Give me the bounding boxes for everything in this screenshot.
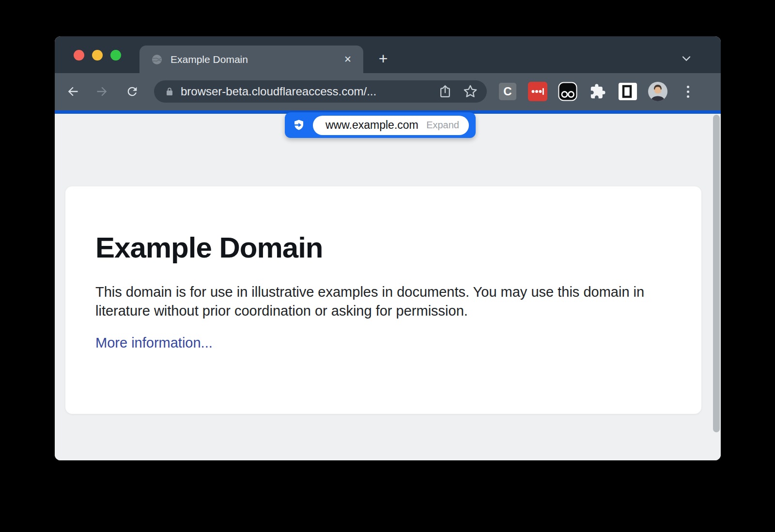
forward-button[interactable]: [93, 83, 111, 100]
page-paragraph: This domain is for use in illustrative e…: [95, 283, 652, 320]
extensions-puzzle-icon[interactable]: [588, 82, 607, 101]
content-card: Example Domain This domain is for use in…: [65, 186, 701, 414]
extension-c-icon[interactable]: C: [498, 82, 517, 101]
shield-arrow-icon: [292, 118, 306, 133]
side-panel-extension-icon[interactable]: [618, 82, 637, 101]
scrollbar-thumb[interactable]: [713, 115, 720, 432]
new-tab-button[interactable]: +: [374, 50, 392, 67]
desktop: { "chrome": { "tab_title": "Example Doma…: [0, 0, 775, 532]
password-manager-red-dots-icon[interactable]: [528, 82, 547, 101]
page-heading: Example Domain: [95, 231, 671, 264]
window-zoom-button[interactable]: [110, 50, 121, 61]
tab-example-domain[interactable]: Example Domain ✕: [140, 46, 363, 73]
window-close-button[interactable]: [74, 50, 84, 61]
extensions-row: C: [498, 82, 698, 101]
lock-icon[interactable]: [165, 87, 174, 96]
isolation-address-field[interactable]: www.example.com Expand: [313, 116, 469, 135]
globe-favicon-icon: [151, 54, 163, 65]
extension-c-letter: C: [503, 85, 512, 98]
url-text: browser-beta.cloudflareaccess.com/...: [181, 85, 433, 98]
url-bar[interactable]: browser-beta.cloudflareaccess.com/...: [154, 80, 487, 103]
isolated-domain-text: www.example.com: [326, 119, 418, 132]
black-circles-extension-icon[interactable]: [558, 82, 577, 101]
page-viewport: www.example.com Expand Example Domain Th…: [55, 114, 721, 460]
more-information-link[interactable]: More information...: [95, 335, 213, 351]
bookmark-star-icon[interactable]: [463, 84, 478, 99]
reload-button[interactable]: [124, 83, 141, 100]
back-arrow-icon: [66, 84, 79, 99]
tab-strip: Example Domain ✕ +: [55, 36, 721, 73]
expand-button[interactable]: Expand: [426, 120, 459, 131]
back-button[interactable]: [64, 83, 81, 100]
menu-kebab-icon[interactable]: [678, 82, 698, 101]
reload-icon: [125, 84, 139, 99]
share-icon[interactable]: [437, 84, 453, 99]
profile-avatar[interactable]: [648, 82, 667, 101]
toolbar: browser-beta.cloudflareaccess.com/... C: [55, 73, 721, 110]
tab-close-icon[interactable]: ✕: [341, 53, 355, 66]
tab-title: Example Domain: [170, 54, 248, 65]
isolation-domain-pill[interactable]: www.example.com Expand: [285, 112, 476, 138]
window-minimize-button[interactable]: [92, 50, 103, 61]
chevron-down-icon[interactable]: [678, 50, 695, 67]
forward-arrow-icon: [95, 84, 109, 99]
traffic-lights: [74, 50, 121, 61]
browser-window: Example Domain ✕ +: [55, 36, 721, 460]
